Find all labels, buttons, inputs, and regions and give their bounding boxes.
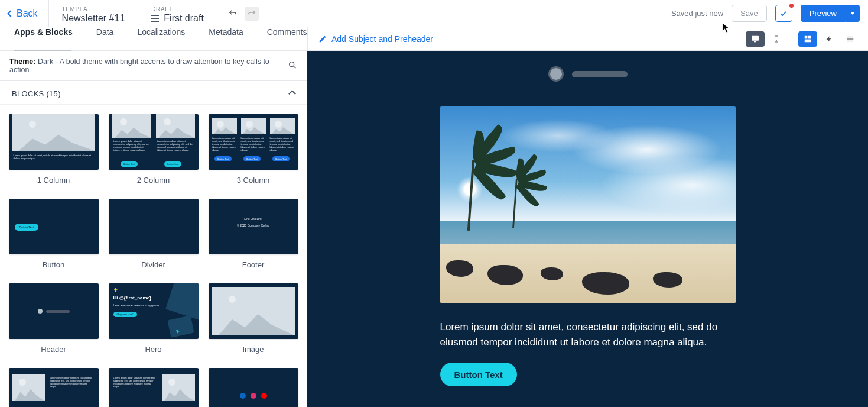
meta-columns: TEMPLATE Newsletter #11 DRAFT First draf… [49,0,217,27]
title-placeholder [572,71,628,77]
svg-rect-1 [754,41,756,42]
mobile-view-button[interactable] [767,31,786,47]
blocks-grid: Lorem ipsum dolor sit amet, sed do eiusm… [0,105,307,407]
undo-button[interactable] [226,7,240,21]
header-placeholder[interactable] [307,66,868,82]
body-text[interactable]: Lorem ipsum dolor sit amet, consectetur … [440,319,736,350]
pencil-icon [318,35,327,43]
block-label: 1 Column [37,176,70,185]
menu-icon [151,15,159,22]
subject-area: Add Subject and Preheader [307,27,746,50]
back-button[interactable]: Back [8,8,38,19]
svg-point-10 [290,62,294,66]
main: Theme: Dark - A bold theme with bright a… [0,51,868,407]
chevron-left-icon [7,10,14,17]
back-label: Back [17,8,38,19]
list-view-button[interactable] [841,31,860,47]
tab-localizations[interactable]: Localizations [137,27,185,37]
block-2-column[interactable]: Lorem ipsum dolor sit amet, consectetur … [108,114,199,185]
layout-view-button[interactable] [798,31,817,47]
lightning-button[interactable] [820,31,838,47]
topbar: Back TEMPLATE Newsletter #11 DRAFT First… [0,0,868,27]
svg-line-11 [294,66,296,68]
add-subject-link[interactable]: Add Subject and Preheader [331,34,433,44]
block-1-column[interactable]: Lorem ipsum dolor sit amet, sed do eiusm… [8,114,99,185]
email-canvas[interactable]: Lorem ipsum dolor sit amet, consectetur … [307,51,868,407]
template-label: TEMPLATE [62,6,125,12]
instagram-icon [251,393,256,399]
tab-apps-blocks[interactable]: Apps & Blocks [14,27,73,37]
tab-comments[interactable]: Comments [267,27,307,37]
block-3-column[interactable]: Lorem ipsum dolor sit amet, sed do eiusm… [208,114,298,185]
hero-image-placeholder[interactable] [440,106,736,303]
draft-label: DRAFT [151,6,204,12]
block-divider[interactable]: Divider [108,199,199,269]
status-save-region: Saved just now Save Preview [671,0,868,27]
block-image[interactable]: Image [208,283,298,354]
tab-data[interactable]: Data [96,27,114,37]
block-header[interactable]: Header [8,283,99,354]
template-column[interactable]: TEMPLATE Newsletter #11 [49,0,139,27]
template-value: Newsletter #11 [62,13,125,24]
redo-button[interactable] [245,7,259,21]
block-label: Hero [145,345,161,354]
block-image-left[interactable]: Lorem ipsum dolor sit amet, consectetur … [8,368,99,407]
tab-metadata[interactable]: Metadata [209,27,243,37]
svg-rect-6 [805,39,811,42]
svg-rect-5 [808,35,811,38]
block-label: Footer [242,260,265,269]
tab-underline [14,50,71,51]
block-label: 2 Column [137,176,170,185]
preview-button[interactable]: Preview [801,5,846,22]
draft-value: First draft [151,13,204,24]
block-label: Header [41,345,66,354]
svg-rect-4 [805,35,808,38]
cta-button[interactable]: Button Text [440,363,517,386]
preview-dropdown-button[interactable] [846,5,860,22]
back-region: Back [0,0,49,27]
canvas-wrap[interactable]: Lorem ipsum dolor sit amet, consectetur … [307,51,868,407]
sidebar: Theme: Dark - A bold theme with bright a… [0,51,307,407]
notification-dot-icon [789,4,794,8]
chevron-down-icon [850,12,855,15]
one-column-content[interactable]: Lorem ipsum dolor sit amet, consectetur … [440,106,736,386]
block-label: Button [43,260,65,269]
sidebar-tabs: Apps & Blocks Data Localizations Metadat… [0,27,307,37]
block-button[interactable]: Button Text Button [8,199,99,269]
block-social[interactable] [208,368,298,407]
draft-column[interactable]: DRAFT First draft [138,0,217,27]
block-footer[interactable]: Link Link Link © 2023 Company Co Inc Foo… [208,199,298,269]
theme-bar[interactable]: Theme: Dark - A bold theme with bright a… [0,51,307,81]
block-hero[interactable]: Hi @{first_name}, Here are some reasons … [108,283,199,354]
chevron-up-icon [288,90,296,98]
block-label: Divider [141,260,165,269]
svg-rect-0 [752,35,759,40]
save-button[interactable]: Save [732,5,767,22]
linkedin-icon [240,393,246,399]
svg-point-3 [776,40,777,41]
avatar-placeholder-icon [548,66,564,82]
blocks-header[interactable]: BLOCKS (15) [0,81,307,105]
canvas-tools [746,27,868,50]
desktop-view-button[interactable] [746,31,765,47]
youtube-icon [261,393,267,399]
block-label: 3 Column [237,176,270,185]
block-label: Image [242,345,264,354]
check-button[interactable] [775,5,792,22]
saved-status: Saved just now [671,9,723,18]
secondrow: Apps & Blocks Data Localizations Metadat… [0,27,868,51]
search-icon[interactable] [288,60,297,72]
cursor-icon [722,22,730,35]
block-image-right[interactable]: Lorem ipsum dolor sit amet, consectetur … [108,368,199,407]
undo-redo-group [217,0,267,27]
